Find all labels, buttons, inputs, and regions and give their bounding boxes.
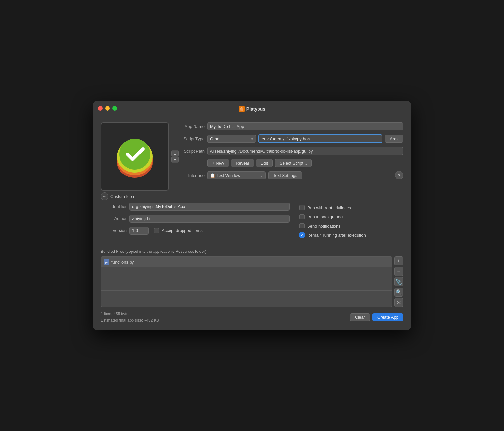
root-privileges-label: Run with root privileges: [307, 205, 351, 210]
traffic-lights: [98, 106, 117, 111]
file-name: functions.py: [111, 260, 134, 265]
custom-icon-circle-icon: ···: [101, 192, 108, 200]
maximize-button[interactable]: [112, 106, 117, 111]
script-path-row: Script Path: [175, 147, 403, 155]
minimize-button[interactable]: [105, 106, 110, 111]
clear-button[interactable]: Clear: [350, 313, 370, 321]
form-section: App Name Script Type Other... Args: [175, 122, 403, 191]
custom-icon-button[interactable]: ··· Custom Icon: [101, 192, 134, 200]
bundled-list: py functions.py: [101, 256, 392, 307]
bottom-bar: 1 item, 455 bytes Estimated final app si…: [101, 311, 403, 323]
identifier-label: Identifier: [101, 204, 127, 209]
send-notifications-row: Send notifications: [299, 223, 403, 228]
size-status: Estimated final app size: ~432 KB: [101, 317, 159, 324]
script-type-wrapper: Other...: [207, 135, 256, 143]
script-type-select[interactable]: Other...: [207, 135, 256, 143]
bottom-buttons: Clear Create App: [350, 313, 403, 321]
root-privileges-row: Run with root privileges: [299, 205, 403, 210]
file-icon: py: [104, 259, 109, 265]
script-path-label: Script Path: [175, 149, 205, 154]
version-row: Version Accept dropped items: [101, 227, 290, 235]
window-title: Platypus: [246, 106, 265, 112]
accept-dropped-checkbox[interactable]: [154, 228, 159, 233]
left-fields: Identifier Author Version Accept dropped…: [101, 203, 290, 239]
accept-dropped-label: Accept dropped items: [162, 228, 203, 233]
remove-file-button[interactable]: −: [394, 267, 403, 276]
list-item: py functions.py: [101, 257, 392, 267]
args-button[interactable]: Args: [385, 135, 403, 143]
author-row: Author: [101, 215, 290, 223]
interface-row: Interface 📋 Text Window Text Settings ?: [175, 171, 403, 179]
empty-row-2: [101, 279, 392, 291]
accept-dropped-container: Accept dropped items: [154, 228, 203, 233]
bundled-container: py functions.py + − 📎 🔍 ✕: [101, 256, 403, 307]
app-icon-svg: [110, 132, 159, 181]
svg-point-3: [119, 139, 150, 170]
author-input[interactable]: [129, 215, 290, 223]
reveal-button[interactable]: Reveal: [231, 159, 254, 167]
script-path-input[interactable]: [207, 147, 403, 155]
bundled-buttons: + − 📎 🔍 ✕: [394, 256, 403, 307]
close-button[interactable]: [98, 106, 103, 111]
interface-select-wrapper: 📋 Text Window: [207, 171, 266, 179]
app-icon-container: ▲ ▼ ··· Custom Icon: [101, 122, 169, 191]
app-title-icon: 🥚: [239, 106, 245, 112]
scroll-buttons: ▲ ▼: [171, 151, 179, 163]
send-notifications-label: Send notifications: [307, 224, 341, 228]
section-divider-1: [101, 197, 403, 197]
app-name-input[interactable]: [207, 122, 403, 130]
interface-controls: 📋 Text Window Text Settings: [207, 171, 302, 179]
run-background-checkbox[interactable]: [299, 214, 305, 219]
new-button[interactable]: + New: [207, 159, 229, 167]
top-section: ▲ ▼ ··· Custom Icon App Name Script Type: [101, 122, 403, 191]
empty-row-1: [101, 267, 392, 279]
run-background-label: Run in background: [307, 215, 343, 219]
content-area: ▲ ▼ ··· Custom Icon App Name Script Type: [93, 116, 411, 330]
right-checkboxes: Run with root privileges Run in backgrou…: [299, 203, 403, 239]
script-type-row: Script Type Other... Args: [175, 134, 403, 143]
app-name-label: App Name: [175, 124, 205, 129]
section-divider-2: [101, 244, 403, 244]
send-notifications-checkbox[interactable]: [299, 223, 305, 228]
app-name-row: App Name: [175, 122, 403, 130]
items-status: 1 item, 455 bytes: [101, 311, 159, 317]
search-files-button[interactable]: 🔍: [394, 288, 403, 297]
add-file-button[interactable]: +: [394, 256, 403, 265]
clear-file-button[interactable]: ✕: [394, 298, 403, 307]
interpreter-input[interactable]: [258, 134, 382, 143]
status-text: 1 item, 455 bytes Estimated final app si…: [101, 311, 159, 323]
remain-running-checkbox[interactable]: [299, 232, 305, 238]
text-settings-button[interactable]: Text Settings: [268, 171, 302, 179]
script-type-label: Script Type: [175, 136, 205, 141]
run-background-row: Run in background: [299, 214, 403, 219]
paperclip-button[interactable]: 📎: [394, 277, 403, 286]
remain-running-row: Remain running after execution: [299, 232, 403, 238]
scroll-up-button[interactable]: ▲: [171, 151, 179, 156]
remain-running-label: Remain running after execution: [307, 233, 366, 238]
titlebar-title: 🥚 Platypus: [239, 106, 265, 112]
select-script-button[interactable]: Select Script...: [275, 159, 312, 167]
create-app-button[interactable]: Create App: [372, 313, 403, 321]
root-privileges-checkbox[interactable]: [299, 205, 305, 210]
scroll-down-button[interactable]: ▼: [171, 157, 179, 163]
main-window: 🥚 Platypus: [93, 101, 411, 330]
bundled-section: Bundled Files (copied into the applicati…: [101, 249, 403, 307]
identifier-input[interactable]: [129, 203, 290, 211]
interface-select[interactable]: 📋 Text Window: [207, 171, 266, 179]
bottom-section: Identifier Author Version Accept dropped…: [101, 203, 403, 239]
app-icon: [101, 122, 169, 191]
bundled-label: Bundled Files (copied into the applicati…: [101, 249, 403, 254]
edit-button[interactable]: Edit: [256, 159, 273, 167]
author-label: Author: [101, 216, 127, 221]
script-path-buttons: + New Reveal Edit Select Script...: [207, 159, 403, 167]
help-button[interactable]: ?: [395, 171, 403, 179]
identifier-row: Identifier: [101, 203, 290, 211]
version-label: Version: [101, 228, 127, 233]
custom-icon-label: Custom Icon: [110, 194, 134, 199]
titlebar: 🥚 Platypus: [93, 101, 411, 116]
version-input[interactable]: [129, 227, 149, 235]
interface-label: Interface: [175, 173, 205, 178]
